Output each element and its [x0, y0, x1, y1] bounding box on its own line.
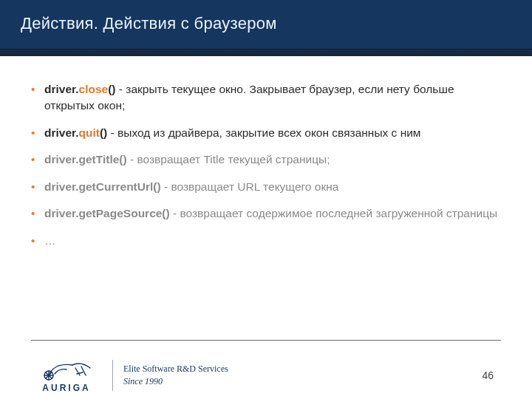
- bullet-item: driver.quit() - выход из драйвера, закры…: [31, 125, 501, 141]
- bullet-text-part: - возвращает URL текущего окна: [161, 180, 339, 193]
- bullet-text-part: close: [79, 83, 109, 95]
- bullet-item: driver.close() - закрыть текущее окно. З…: [31, 81, 501, 115]
- logo-text: AURIGA: [31, 383, 102, 393]
- bullet-text-part: …: [44, 234, 56, 247]
- auriga-chariot-icon: [38, 358, 95, 381]
- bullet-text-part: (): [108, 83, 115, 95]
- decorative-band: [0, 49, 532, 56]
- bullet-text-part: driver.: [44, 126, 79, 139]
- bullet-text-part: - возвращает содержимое последней загруж…: [170, 207, 498, 219]
- bullet-item: driver.getPageSource() - возвращает соде…: [31, 205, 501, 222]
- footer-logo-block: AURIGA Elite Software R&D Services Since…: [31, 358, 228, 393]
- bullet-text-part: driver.: [44, 83, 79, 95]
- bullet-text-part: driver.getCurrentUrl(): [44, 180, 161, 193]
- bullet-text-part: quit: [79, 126, 100, 139]
- footer-tagline: Elite Software R&D Services: [123, 363, 228, 375]
- bullet-text-part: - выход из драйвера, закрытие всех окон …: [107, 126, 420, 139]
- footer-divider: [31, 340, 501, 341]
- bullet-list: driver.close() - закрыть текущее окно. З…: [31, 81, 501, 249]
- footer-vertical-divider: [112, 360, 113, 391]
- page-number: 46: [482, 369, 494, 381]
- slide-title: Действия. Действия с браузером: [21, 14, 277, 33]
- bullet-item: driver.getTitle() - возвращает Title тек…: [31, 151, 501, 168]
- bullet-text-part: driver.getTitle(): [44, 153, 127, 166]
- bullet-item: …: [31, 233, 501, 249]
- bullet-text-part: (): [100, 126, 107, 139]
- bullet-item: driver.getCurrentUrl() - возвращает URL …: [31, 179, 501, 195]
- bullet-text-part: driver.getPageSource(): [44, 207, 170, 219]
- bullet-text-part: - возвращает Title текущей страницы;: [127, 153, 330, 166]
- footer-since: Since 1990: [123, 375, 228, 388]
